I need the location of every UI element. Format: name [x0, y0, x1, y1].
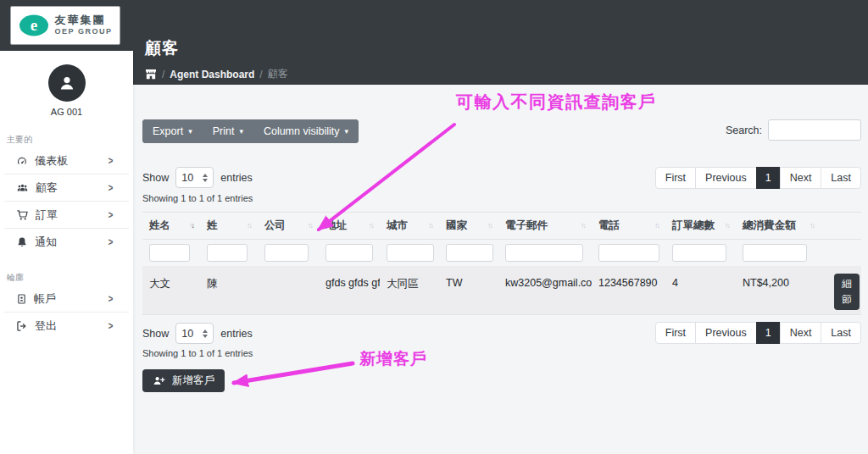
- sidebar-item-account[interactable]: 帳戶 >: [0, 285, 133, 312]
- sort-icon: ↑↓: [247, 221, 251, 230]
- brand-logo[interactable]: e 友華集團 OEP GROUP: [10, 6, 120, 45]
- table-row: 大文 陳 gfds gfds gfds 大同區 TW kw3205@gmail.…: [142, 266, 861, 315]
- entries-select-value: 10: [181, 328, 193, 340]
- column-header-surname[interactable]: 姓↑↓: [200, 213, 258, 240]
- sort-icon: ↑↓: [810, 221, 814, 230]
- filter-input-total-spent[interactable]: [743, 244, 807, 262]
- person-plus-icon: [153, 375, 165, 387]
- breadcrumb-root[interactable]: Agent Dashboard: [170, 69, 254, 80]
- chevron-right-icon: >: [108, 209, 114, 221]
- breadcrumb-separator: /: [162, 69, 164, 80]
- column-header-city[interactable]: 城市↑↓: [380, 213, 439, 240]
- column-visibility-label: Column visibility: [264, 125, 340, 137]
- gauge-icon: [16, 155, 28, 167]
- show-label: Show: [142, 172, 169, 184]
- sort-icon: ↑↓: [369, 221, 373, 230]
- page-previous-button[interactable]: Previous: [695, 167, 757, 189]
- customers-table: 姓名↑↓ 姓↑↓ 公司↑↓ 地址↑↓ 城市↑↓ 國家↑↓ 電子郵件↑↓ 電話↑↓…: [142, 212, 861, 315]
- sidebar-item-orders[interactable]: 訂單 >: [0, 202, 133, 228]
- page-number-button[interactable]: 1: [756, 167, 781, 189]
- page-last-button[interactable]: Last: [821, 167, 861, 189]
- page-next-button[interactable]: Next: [780, 322, 822, 344]
- show-label: Show: [142, 328, 169, 340]
- sort-icon: ↑↓: [428, 221, 432, 230]
- page-last-button[interactable]: Last: [821, 322, 861, 344]
- entries-select[interactable]: 10: [175, 167, 214, 188]
- brand-name-en: OEP GROUP: [55, 28, 113, 36]
- logout-icon: [16, 320, 28, 332]
- column-header-total-orders[interactable]: 訂單總數↑↓: [665, 213, 736, 240]
- column-header-company[interactable]: 公司↑↓: [258, 213, 319, 240]
- page: e 友華集團 OEP GROUP 顧客 / Agent Dashboard / …: [0, 0, 868, 454]
- filter-input-name[interactable]: [149, 244, 190, 262]
- store-icon[interactable]: [145, 69, 157, 80]
- sort-icon: ↑↓: [581, 221, 585, 230]
- filter-input-surname[interactable]: [207, 244, 248, 262]
- sidebar-item-dashboard[interactable]: 儀表板 >: [0, 147, 133, 174]
- column-header-phone[interactable]: 電話↑↓: [592, 213, 665, 240]
- filter-input-country[interactable]: [446, 244, 493, 262]
- sidebar-item-label: 訂單: [36, 208, 58, 223]
- entries-select-value: 10: [181, 172, 193, 184]
- column-header-email[interactable]: 電子郵件↑↓: [498, 213, 592, 240]
- breadcrumb-current: 顧客: [268, 67, 288, 81]
- datatable-buttons: Export ▾ Print ▾ Column visibility ▾: [142, 119, 359, 143]
- sidebar-item-notifications[interactable]: 通知 >: [0, 229, 133, 255]
- pagination-bottom: First Previous 1 Next Last: [655, 322, 861, 344]
- column-header-address[interactable]: 地址↑↓: [319, 213, 380, 240]
- details-button[interactable]: 細節: [834, 274, 860, 310]
- filter-input-company[interactable]: [264, 244, 309, 262]
- filter-input-phone[interactable]: [598, 244, 659, 262]
- column-header-total-spent[interactable]: 總消費金額↑↓: [736, 213, 821, 240]
- column-header-name[interactable]: 姓名↑↓: [142, 213, 200, 240]
- cell-total-spent: NT$4,200: [736, 266, 821, 315]
- caret-down-icon: ▾: [188, 128, 192, 136]
- search-label: Search:: [726, 125, 762, 136]
- cart-icon: [16, 209, 29, 221]
- table-filter-row: [142, 240, 861, 266]
- column-visibility-button[interactable]: Column visibility ▾: [253, 119, 359, 143]
- cell-phone: 1234567890: [592, 266, 665, 315]
- svg-text:e: e: [30, 16, 36, 34]
- length-menu-bottom: Show 10 entries: [142, 323, 253, 344]
- chevron-right-icon: >: [108, 320, 114, 332]
- print-label: Print: [213, 125, 235, 137]
- cell-email: kw3205@gmail.com: [498, 266, 592, 315]
- filter-input-total-orders[interactable]: [672, 244, 726, 262]
- sidebar-section-main: 主要的 儀表板 > 顧客 >: [0, 130, 133, 255]
- cell-address: gfds gfds gfds: [319, 266, 380, 315]
- add-customer-button[interactable]: 新增客戶: [142, 369, 225, 392]
- person-icon: [58, 74, 76, 92]
- sidebar-item-customers[interactable]: 顧客 >: [0, 174, 133, 201]
- page-first-button[interactable]: First: [655, 167, 696, 189]
- chevron-right-icon: >: [108, 236, 114, 248]
- agent-id-label: AG 001: [0, 107, 133, 117]
- table-info-bottom: Showing 1 to 1 of 1 entries: [142, 348, 253, 358]
- caret-down-icon: ▾: [239, 128, 243, 136]
- filter-input-address[interactable]: [326, 244, 373, 262]
- page-first-button[interactable]: First: [655, 322, 696, 344]
- avatar[interactable]: [48, 64, 86, 102]
- print-button[interactable]: Print ▾: [203, 119, 253, 143]
- brand-name-cn: 友華集團: [55, 14, 113, 26]
- sidebar-item-logout[interactable]: 登出 >: [0, 313, 133, 339]
- page-next-button[interactable]: Next: [780, 167, 822, 189]
- filter-input-email[interactable]: [505, 244, 583, 262]
- export-button[interactable]: Export ▾: [142, 119, 203, 143]
- page-previous-button[interactable]: Previous: [695, 322, 757, 344]
- search-input[interactable]: [768, 119, 861, 141]
- sidebar-item-label: 儀表板: [35, 153, 68, 169]
- sidebar-item-label: 帳戶: [34, 291, 56, 307]
- add-customer-label: 新增客戶: [172, 374, 214, 388]
- search-area: Search:: [726, 119, 861, 141]
- entries-select[interactable]: 10: [175, 323, 214, 344]
- page-number-button[interactable]: 1: [756, 322, 781, 344]
- filter-input-city[interactable]: [387, 244, 434, 262]
- page-title: 顧客: [145, 37, 288, 59]
- cell-surname: 陳: [200, 266, 258, 315]
- table-header-row: 姓名↑↓ 姓↑↓ 公司↑↓ 地址↑↓ 城市↑↓ 國家↑↓ 電子郵件↑↓ 電話↑↓…: [142, 213, 861, 240]
- column-header-country[interactable]: 國家↑↓: [439, 213, 498, 240]
- brand-text: 友華集團 OEP GROUP: [55, 14, 113, 36]
- table-info-top: Showing 1 to 1 of 1 entries: [142, 193, 253, 203]
- main-content: Export ▾ Print ▾ Column visibility ▾ Sea…: [133, 85, 868, 454]
